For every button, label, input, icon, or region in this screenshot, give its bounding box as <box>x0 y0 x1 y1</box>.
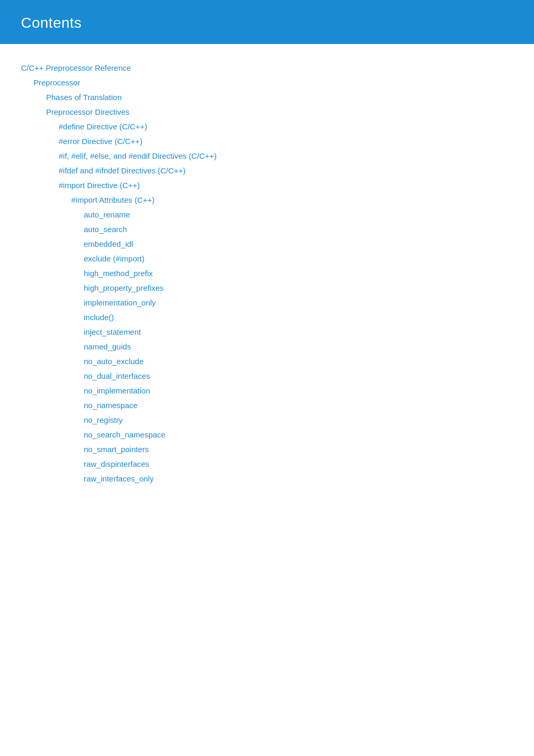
toc-item[interactable]: no_registry <box>21 414 513 426</box>
toc-item[interactable]: raw_interfaces_only <box>21 473 513 485</box>
toc-item[interactable]: Phases of Translation <box>21 91 513 104</box>
toc-item[interactable]: #if, #elif, #else, and #endif Directives… <box>21 150 513 162</box>
toc-item[interactable]: auto_rename <box>21 209 513 221</box>
toc-item[interactable]: #ifdef and #ifndef Directives (C/C++) <box>21 165 513 177</box>
toc-item[interactable]: auto_search <box>21 223 513 236</box>
header-banner: Contents <box>0 0 534 44</box>
toc-item[interactable]: Preprocessor <box>21 76 513 89</box>
toc-item[interactable]: no_dual_interfaces <box>21 370 513 382</box>
toc-item[interactable]: #error Directive (C/C++) <box>21 135 513 148</box>
toc-item[interactable]: #define Directive (C/C++) <box>21 120 513 133</box>
toc-item[interactable]: embedded_idl <box>21 238 513 250</box>
toc-item[interactable]: no_smart_pointers <box>21 443 513 456</box>
toc-item[interactable]: named_guids <box>21 341 513 353</box>
toc-item[interactable]: high_property_prefixes <box>21 282 513 294</box>
toc-item[interactable]: Preprocessor Directives <box>21 106 513 118</box>
toc-item[interactable]: #import Directive (C++) <box>21 179 513 192</box>
toc-item[interactable]: include() <box>21 311 513 324</box>
toc-item[interactable]: inject_statement <box>21 326 513 338</box>
toc-item[interactable]: no_auto_exclude <box>21 355 513 368</box>
toc-item[interactable]: #import Attributes (C++) <box>21 194 513 206</box>
toc-item[interactable]: no_search_namespace <box>21 429 513 441</box>
page-title: Contents <box>21 15 513 31</box>
toc-list: C/C++ Preprocessor ReferencePreprocessor… <box>21 62 513 485</box>
toc-item[interactable]: C/C++ Preprocessor Reference <box>21 62 513 74</box>
toc-item[interactable]: no_namespace <box>21 399 513 412</box>
toc-item[interactable]: high_method_prefix <box>21 267 513 280</box>
toc-item[interactable]: exclude (#import) <box>21 253 513 265</box>
toc-item[interactable]: implementation_only <box>21 297 513 309</box>
contents-area: C/C++ Preprocessor ReferencePreprocessor… <box>0 57 534 508</box>
toc-item[interactable]: raw_dispinterfaces <box>21 458 513 470</box>
toc-item[interactable]: no_implementation <box>21 385 513 397</box>
